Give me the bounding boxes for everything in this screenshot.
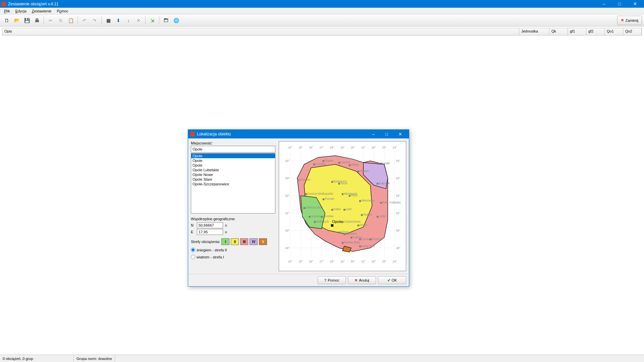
open-button[interactable]: 📂 xyxy=(12,16,21,25)
svg-text:49°: 49° xyxy=(285,246,290,250)
delete-button[interactable]: ✕ xyxy=(134,16,143,25)
zone-2[interactable]: II xyxy=(231,238,239,245)
col-gf1[interactable]: gf1 xyxy=(568,28,586,35)
print-button[interactable]: 🖶 xyxy=(32,16,42,25)
svg-text:Kielce: Kielce xyxy=(360,223,367,227)
svg-text:51°: 51° xyxy=(396,212,400,215)
dialog-close-button[interactable]: ✕ xyxy=(393,130,407,138)
coord-e-input[interactable] xyxy=(197,229,223,235)
svg-text:Radom: Radom xyxy=(363,213,372,216)
list-item[interactable]: Opole-Szczepanowice xyxy=(191,182,275,186)
col-qo2[interactable]: Qo2 xyxy=(623,28,642,35)
globe-button[interactable]: 🌐 xyxy=(171,16,181,25)
close-button[interactable]: ✕ xyxy=(627,0,643,8)
radio-snow[interactable] xyxy=(191,248,195,252)
col-opis[interactable]: Opis xyxy=(2,28,519,35)
arrow-down-1-button[interactable]: ⬇ xyxy=(114,16,123,25)
undo-button[interactable]: ↶ xyxy=(80,16,89,25)
radio-snow-row[interactable]: śniegiem - strefa II xyxy=(191,248,275,252)
col-qo1[interactable]: Qo1 xyxy=(605,28,623,35)
dialog-help-button[interactable]: ?Pomoc xyxy=(318,276,346,284)
list-item[interactable]: Opole Lubelskie xyxy=(191,168,275,172)
minimize-button[interactable]: ‒ xyxy=(596,0,612,8)
maximize-button[interactable]: □ xyxy=(612,0,627,8)
save-button[interactable]: 💾 xyxy=(22,16,32,25)
redo-button[interactable]: ↷ xyxy=(90,16,99,25)
toolbar-close-button[interactable]: ✕ Zamknij xyxy=(617,16,642,25)
miejscowosc-label: Miejscowość: xyxy=(191,141,275,145)
svg-text:Olsztyn: Olsztyn xyxy=(360,169,369,173)
svg-text:Kalisz: Kalisz xyxy=(333,207,341,211)
dialog-cancel-button[interactable]: ✕Anuluj xyxy=(348,276,376,284)
strefy-label: Strefy obciążenia: xyxy=(191,240,220,244)
list-item[interactable]: Opole Nowe xyxy=(191,172,275,177)
zone-4[interactable]: IV xyxy=(250,238,258,245)
svg-text:Szczecin: Szczecin xyxy=(299,178,311,181)
dialog-ok-button[interactable]: ✔OK xyxy=(378,276,406,284)
zone-1[interactable]: I xyxy=(221,238,229,245)
svg-rect-37 xyxy=(305,193,307,195)
copy-button[interactable]: ⎘ xyxy=(56,16,65,25)
app-icon xyxy=(1,2,6,6)
app-title: Zestawienie obciążeń v.4.11 xyxy=(8,2,596,6)
svg-text:Koszalin: Koszalin xyxy=(315,162,326,166)
svg-text:17°: 17° xyxy=(319,146,324,149)
menu-file[interactable]: Plik xyxy=(1,8,13,14)
dialog-titlebar[interactable]: Lokalizacja obiektu ‒ □ ✕ xyxy=(188,130,409,138)
dialog-title: Lokalizacja obiektu xyxy=(197,132,367,136)
svg-rect-25 xyxy=(358,171,359,172)
list-item[interactable]: Opole xyxy=(191,163,275,168)
svg-rect-33 xyxy=(338,183,340,184)
menu-zestawienie[interactable]: Zestawienie xyxy=(29,8,54,14)
dialog-maximize-button[interactable]: □ xyxy=(380,130,393,138)
coord-n-input[interactable] xyxy=(197,222,223,228)
folder-open-icon: 📂 xyxy=(14,18,20,23)
svg-text:14°: 14° xyxy=(288,146,292,149)
svg-text:22°: 22° xyxy=(372,260,376,263)
svg-text:Białystok: Białystok xyxy=(379,182,390,185)
zone-5[interactable]: V xyxy=(259,238,267,245)
svg-text:21°: 21° xyxy=(361,260,366,263)
svg-text:Zielona Góra: Zielona Góra xyxy=(306,206,322,209)
col-gf2[interactable]: gf2 xyxy=(586,28,605,35)
new-button[interactable]: 🗋 xyxy=(2,16,11,25)
radio-wind-row[interactable]: wiatrem - strefa I xyxy=(191,255,275,259)
print-icon: 🖶 xyxy=(35,18,39,23)
map-marker-icon xyxy=(331,224,333,227)
arrow-down-2-button[interactable]: ↓ xyxy=(124,16,133,25)
card-icon: 🗔 xyxy=(164,18,168,23)
menu-edit[interactable]: Edycja xyxy=(13,8,29,14)
svg-text:24°: 24° xyxy=(393,146,397,149)
svg-rect-63 xyxy=(377,216,378,218)
card-button[interactable]: 🗔 xyxy=(161,16,171,25)
svg-text:Warszawa: Warszawa xyxy=(361,199,374,202)
svg-text:20°: 20° xyxy=(351,146,355,149)
svg-text:15°: 15° xyxy=(299,146,303,149)
list-item[interactable]: Opole xyxy=(191,154,275,158)
cancel-icon: ✕ xyxy=(355,278,358,283)
svg-text:Gorzów Wielkopolski: Gorzów Wielkopolski xyxy=(307,192,333,195)
zone-3[interactable]: III xyxy=(240,238,248,245)
table-button[interactable]: ▦ xyxy=(104,16,113,25)
status-right: Grupa norm: dowolne xyxy=(74,355,115,362)
col-qk[interactable]: Qk xyxy=(549,28,568,35)
menu-help[interactable]: Pomoc xyxy=(54,8,71,14)
miejscowosc-listbox[interactable]: Opole Opole Opole Opole Lubelskie Opole … xyxy=(191,153,275,214)
svg-rect-19 xyxy=(323,160,324,162)
tree-button[interactable]: ⇲ xyxy=(148,16,157,25)
svg-rect-65 xyxy=(342,221,343,223)
svg-rect-49 xyxy=(304,207,305,209)
dialog-minimize-button[interactable]: ‒ xyxy=(367,130,380,138)
list-item[interactable]: Opole xyxy=(191,158,275,163)
paste-button[interactable]: 📋 xyxy=(66,16,75,25)
miejscowosc-input[interactable] xyxy=(191,146,275,153)
svg-rect-59 xyxy=(343,209,345,210)
col-jednostka[interactable]: Jednostka xyxy=(519,28,549,35)
svg-text:Lublin: Lublin xyxy=(379,215,386,218)
main-titlebar: Zestawienie obciążeń v.4.11 ‒ □ ✕ xyxy=(0,0,644,8)
list-item[interactable]: Opole Stare xyxy=(191,177,275,182)
cut-button[interactable]: ✂ xyxy=(46,16,55,25)
map-panel[interactable]: Opole KoszalinSłupskGdańskElblągOlsztynS… xyxy=(279,141,406,271)
radio-wind[interactable] xyxy=(191,255,195,259)
svg-rect-47 xyxy=(380,202,382,204)
